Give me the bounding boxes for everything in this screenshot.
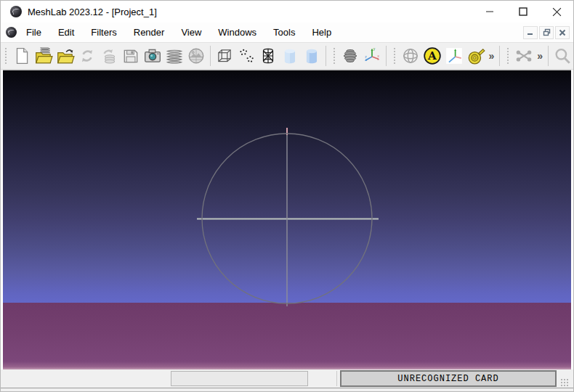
meshlab-logo-icon <box>10 6 22 17</box>
render-bbox-button[interactable] <box>214 45 235 67</box>
mdi-minimize-icon <box>527 29 534 36</box>
render-smooth-icon <box>302 46 321 65</box>
measure-tool-icon <box>466 46 485 65</box>
title-bar: MeshLab 2023.12 - [Project_1] <box>1 1 573 23</box>
reload-mesh-button[interactable] <box>76 45 98 67</box>
render-points-button[interactable] <box>235 45 257 67</box>
statusbar-separator <box>336 371 337 386</box>
close-button[interactable] <box>540 1 573 23</box>
menu-windows[interactable]: Windows <box>211 23 264 41</box>
toolbar-separator <box>326 46 326 66</box>
render-flat-button[interactable] <box>279 45 301 67</box>
resize-grip[interactable] <box>560 378 569 387</box>
edit-manipulator-button[interactable] <box>513 45 535 67</box>
edit-manipulator-icon <box>514 46 533 65</box>
show-axis-triad-icon <box>445 46 464 65</box>
menu-bar: File Edit Filters Render View Windows To… <box>1 23 573 43</box>
save-snapshot-button[interactable] <box>142 45 163 67</box>
toolbar-separator <box>548 46 549 66</box>
mdi-close-icon <box>559 29 566 36</box>
show-world-axes-button[interactable]: y z x <box>361 45 383 67</box>
menu-view[interactable]: View <box>174 23 209 41</box>
show-labels-button[interactable]: A <box>421 45 443 67</box>
measure-tool-button[interactable] <box>465 45 487 67</box>
render-flat-icon <box>280 46 299 65</box>
show-layer-dialog-icon <box>165 46 184 65</box>
close-icon <box>552 7 562 17</box>
menu-filters[interactable]: Filters <box>84 23 124 41</box>
export-mesh-icon <box>121 46 140 65</box>
toolbar-drag-handle[interactable] <box>506 47 510 65</box>
mdi-minimize-button[interactable] <box>523 26 538 39</box>
main-toolbar: y z x A <box>1 43 573 70</box>
toolbar-drag-handle[interactable] <box>393 47 397 65</box>
progress-bar <box>171 371 308 386</box>
show-world-axes-icon: y z x <box>363 46 381 65</box>
mdi-restore-icon <box>543 28 551 36</box>
show-labels-icon: A <box>423 46 442 65</box>
show-layer-dialog-button[interactable] <box>163 45 185 67</box>
toolbar-drag-handle[interactable] <box>4 47 8 65</box>
maximize-icon <box>519 7 527 16</box>
toolbar-separator <box>499 46 500 66</box>
render-texture-sphere-button[interactable] <box>339 45 361 67</box>
maximize-button[interactable] <box>506 1 540 23</box>
minimize-button[interactable] <box>473 1 506 23</box>
render-bbox-icon <box>215 46 234 65</box>
search-button[interactable] <box>551 45 573 67</box>
project-window-icon <box>6 27 17 38</box>
show-trackball-icon <box>401 46 420 65</box>
save-snapshot-icon <box>143 46 162 65</box>
minimize-icon <box>485 7 494 16</box>
reload-all-meshes-button[interactable] <box>98 45 120 67</box>
open-project-button[interactable] <box>33 45 54 67</box>
toolbar-separator <box>386 46 387 66</box>
import-mesh-button[interactable] <box>54 45 76 67</box>
show-trackball-button[interactable] <box>400 45 421 67</box>
edit-overflow-button[interactable]: » <box>535 50 545 62</box>
status-bar: UNRECOGNIZED CARD <box>1 369 573 392</box>
svg-text:y: y <box>373 47 375 51</box>
show-axis-triad-button[interactable] <box>443 45 465 67</box>
search-icon <box>553 46 572 65</box>
meshlab-window: MeshLab 2023.12 - [Project_1] File Edit … <box>0 0 574 392</box>
decoration-overflow-button[interactable]: » <box>487 50 497 62</box>
svg-text:A: A <box>427 49 437 62</box>
svg-text:z: z <box>365 55 367 59</box>
menu-help[interactable]: Help <box>304 23 339 41</box>
mdi-window-controls <box>523 26 570 39</box>
menu-render[interactable]: Render <box>126 23 172 41</box>
open-project-icon <box>34 46 53 65</box>
new-empty-project-icon <box>12 46 31 65</box>
reload-mesh-icon <box>78 46 97 65</box>
new-empty-project-button[interactable] <box>11 45 33 67</box>
show-raster-mode-icon <box>187 46 206 65</box>
toolbar-drag-handle[interactable] <box>333 47 336 65</box>
menu-tools[interactable]: Tools <box>266 23 302 41</box>
3d-viewport[interactable] <box>3 70 571 369</box>
render-points-icon <box>237 46 256 65</box>
show-raster-mode-button[interactable] <box>185 45 207 67</box>
menu-edit[interactable]: Edit <box>51 23 81 41</box>
reload-all-meshes-icon <box>100 46 118 65</box>
trackball-rotation-widget[interactable] <box>3 70 571 369</box>
render-wireframe-icon <box>259 46 278 65</box>
menu-file[interactable]: File <box>19 23 49 41</box>
svg-text:x: x <box>377 54 379 58</box>
toolbar-separator <box>210 46 211 66</box>
render-smooth-button[interactable] <box>301 45 323 67</box>
import-mesh-icon <box>56 46 75 65</box>
mdi-restore-button[interactable] <box>539 26 554 39</box>
window-bottom-frame <box>1 388 573 388</box>
window-title: MeshLab 2023.12 - [Project_1] <box>28 7 157 17</box>
gpu-status-badge: UNRECOGNIZED CARD <box>340 370 557 387</box>
render-texture-sphere-icon <box>341 46 360 65</box>
render-wireframe-button[interactable] <box>257 45 279 67</box>
window-controls <box>473 1 573 23</box>
export-mesh-button[interactable] <box>120 45 142 67</box>
mdi-close-button[interactable] <box>555 26 570 39</box>
